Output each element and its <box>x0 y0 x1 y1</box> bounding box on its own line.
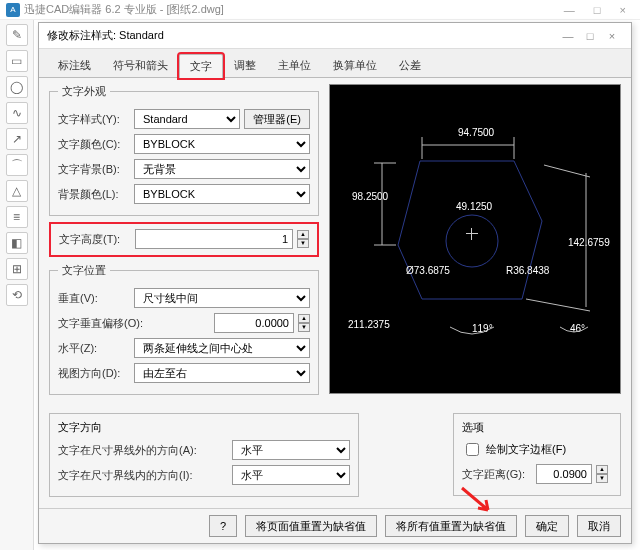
tab-fit[interactable]: 调整 <box>223 53 267 77</box>
vertical-label: 垂直(V): <box>58 291 130 306</box>
group-direction-title: 文字方向 <box>58 420 350 435</box>
vertical-select[interactable]: 尺寸线中间 <box>134 288 310 308</box>
dir-out-label: 文字在尺寸界线外的方向(A): <box>58 443 228 458</box>
group-options-title: 选项 <box>462 420 612 435</box>
group-text-height: 文字高度(T): ▲▼ <box>49 222 319 257</box>
tab-alt-units[interactable]: 换算单位 <box>322 53 388 77</box>
dialog-titlebar[interactable]: 修改标注样式: Standard ―□× <box>39 23 631 49</box>
draw-frame-label: 绘制文字边框(F) <box>486 442 566 457</box>
tab-strip: 标注线 符号和箭头 文字 调整 主单位 换算单位 公差 <box>39 49 631 78</box>
left-toolbar: ✎ ▭ ◯ ∿ ↗ ⌒ △ ≡ ◧ ⊞ ⟲ <box>0 20 34 550</box>
preview-canvas: 94.7500 98.2500 49.1250 Ø73.6875 R36.843… <box>329 84 621 394</box>
app-title: 迅捷CAD编辑器 6.2 专业版 - [图纸2.dwg] <box>24 2 224 17</box>
tool-icon[interactable]: ∿ <box>6 102 28 124</box>
manager-button[interactable]: 管理器(E) <box>244 109 310 129</box>
text-color-label: 文字颜色(C): <box>58 137 130 152</box>
app-icon: A <box>6 3 20 17</box>
offset-label: 文字垂直偏移(O): <box>58 316 158 331</box>
cancel-button[interactable]: 取消 <box>577 515 621 537</box>
group-position-title: 文字位置 <box>58 263 110 278</box>
bg-color-label: 背景颜色(L): <box>58 187 130 202</box>
ok-button[interactable]: 确定 <box>525 515 569 537</box>
text-height-label: 文字高度(T): <box>59 232 131 247</box>
text-style-select[interactable]: Standard <box>134 109 240 129</box>
dir-out-select[interactable]: 水平 <box>232 440 350 460</box>
tab-tolerance[interactable]: 公差 <box>388 53 432 77</box>
tool-icon[interactable]: ⟲ <box>6 284 28 306</box>
dist-spinner[interactable]: ▲▼ <box>596 465 608 483</box>
text-bg-label: 文字背景(B): <box>58 162 130 177</box>
tool-icon[interactable]: ≡ <box>6 206 28 228</box>
tab-text[interactable]: 文字 <box>179 54 223 78</box>
dir-in-select[interactable]: 水平 <box>232 465 350 485</box>
tab-primary-units[interactable]: 主单位 <box>267 53 322 77</box>
horizontal-label: 水平(Z): <box>58 341 130 356</box>
tab-symbols[interactable]: 符号和箭头 <box>102 53 179 77</box>
tool-icon[interactable]: ⌒ <box>6 154 28 176</box>
window-controls[interactable]: ― □ × <box>564 4 634 16</box>
tool-icon[interactable]: ✎ <box>6 24 28 46</box>
text-bg-select[interactable]: 无背景 <box>134 159 310 179</box>
group-position: 文字位置 垂直(V): 尺寸线中间 文字垂直偏移(O): ▲▼ 水平(Z): 两… <box>49 263 319 395</box>
viewdir-label: 视图方向(D): <box>58 366 130 381</box>
reset-page-button[interactable]: 将页面值重置为缺省值 <box>245 515 377 537</box>
tool-icon[interactable]: ◯ <box>6 76 28 98</box>
group-direction: 文字方向 文字在尺寸界线外的方向(A): 水平 文字在尺寸界线内的方向(I): … <box>49 413 359 497</box>
viewdir-select[interactable]: 由左至右 <box>134 363 310 383</box>
tool-icon[interactable]: ▭ <box>6 50 28 72</box>
dim-lines <box>330 85 621 394</box>
svg-line-9 <box>544 165 590 177</box>
draw-frame-checkbox[interactable] <box>466 443 479 456</box>
group-appearance: 文字外观 文字样式(Y): Standard 管理器(E) 文字颜色(C): B… <box>49 84 319 216</box>
text-dist-input[interactable] <box>536 464 592 484</box>
height-spinner[interactable]: ▲▼ <box>297 230 309 248</box>
offset-input[interactable] <box>214 313 294 333</box>
svg-line-10 <box>526 299 590 311</box>
tool-icon[interactable]: △ <box>6 180 28 202</box>
group-options: 选项 绘制文字边框(F) 文字距离(G): ▲▼ <box>453 413 621 496</box>
tool-icon[interactable]: ⊞ <box>6 258 28 280</box>
dialog-title: 修改标注样式: Standard <box>47 28 164 43</box>
tool-icon[interactable]: ↗ <box>6 128 28 150</box>
reset-all-button[interactable]: 将所有值重置为缺省值 <box>385 515 517 537</box>
help-button[interactable]: ? <box>209 515 237 537</box>
tab-line[interactable]: 标注线 <box>47 53 102 77</box>
text-color-select[interactable]: BYBLOCK <box>134 134 310 154</box>
tool-icon[interactable]: ◧ <box>6 232 28 254</box>
group-appearance-title: 文字外观 <box>58 84 110 99</box>
horizontal-select[interactable]: 两条延伸线之间中心处 <box>134 338 310 358</box>
text-dist-label: 文字距离(G): <box>462 467 532 482</box>
dir-in-label: 文字在尺寸界线内的方向(I): <box>58 468 228 483</box>
dialog-window-controls[interactable]: ―□× <box>557 30 623 42</box>
app-titlebar: A 迅捷CAD编辑器 6.2 专业版 - [图纸2.dwg] ― □ × <box>0 0 640 20</box>
text-style-label: 文字样式(Y): <box>58 112 130 127</box>
bg-color-select[interactable]: BYBLOCK <box>134 184 310 204</box>
text-height-input[interactable] <box>135 229 293 249</box>
offset-spinner[interactable]: ▲▼ <box>298 314 310 332</box>
dialog-button-row: ? 将页面值重置为缺省值 将所有值重置为缺省值 确定 取消 <box>39 508 631 543</box>
dimension-style-dialog: 修改标注样式: Standard ―□× 标注线 符号和箭头 文字 调整 主单位… <box>38 22 632 544</box>
